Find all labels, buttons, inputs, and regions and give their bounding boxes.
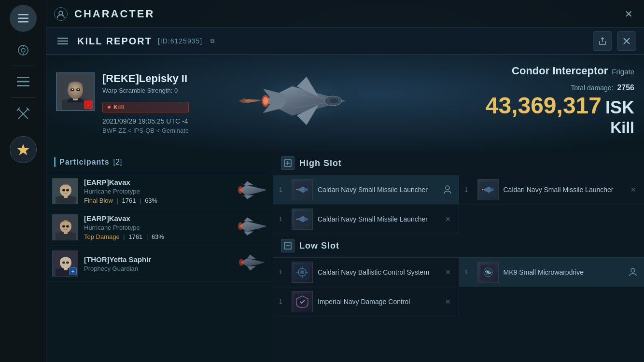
svg-point-64 [300, 270, 304, 274]
slot-row-high-2[interactable]: 1 Caldari Navy Small Missile Launcher [459, 175, 644, 205]
svg-rect-7 [17, 77, 29, 78]
player-status-badge: − [84, 100, 93, 109]
svg-point-29 [263, 97, 268, 105]
svg-rect-1 [18, 18, 28, 19]
svg-point-73 [487, 271, 489, 273]
kr-info-section: − [REKE]Lepisky II Warp Scramble Strengt… [46, 55, 644, 152]
slot-close-h3[interactable]: ✕ [443, 214, 453, 224]
kill-date: 2021/09/29 19:05:25 UTC -4 [102, 117, 189, 125]
ship-svg [234, 62, 360, 144]
slot-person-icon-l2 [628, 267, 638, 278]
svg-point-52 [304, 188, 308, 191]
participants-title: Participants [59, 158, 110, 167]
character-header-close[interactable]: ✕ [621, 6, 636, 22]
slot-person-icon-h1 [442, 184, 453, 195]
slot-number-l3: 1 [279, 298, 287, 305]
kr-bottom: Participants [2] [46, 152, 644, 362]
low-slot-icon [281, 239, 294, 252]
stat-sep-1: | [117, 197, 120, 204]
participant-ship-img-3 [237, 252, 268, 276]
svg-point-27 [329, 98, 339, 104]
svg-point-37 [238, 186, 243, 194]
svg-point-49 [239, 259, 244, 266]
participant-ship-img-2 [237, 216, 268, 239]
kr-menu-line-1 [57, 38, 68, 39]
high-slot-col-left: 1 Caldari Navy Small Missile Launcher [273, 175, 459, 234]
isk-label: ISK [605, 97, 634, 118]
kr-close-button[interactable] [617, 31, 636, 51]
player-avatar: − [56, 72, 95, 111]
slot-icon-damage [292, 291, 313, 312]
slot-item-name-h1: Caldari Navy Small Missile Launcher [318, 185, 437, 194]
svg-rect-0 [18, 14, 28, 15]
svg-point-48 [66, 262, 69, 264]
slot-close-l3[interactable]: ✕ [443, 297, 453, 306]
stat-damage-1: 1761 [122, 197, 136, 204]
svg-rect-2 [18, 21, 28, 23]
kr-menu-line-2 [57, 41, 68, 42]
low-slot-col-right: 1 MK9 Small Microwarpdrive [459, 258, 644, 317]
slot-item-name-l3: Imperial Navy Damage Control [318, 297, 438, 306]
participant-avatar-3: + [52, 251, 78, 277]
kill-badge: Kill [102, 102, 189, 112]
kr-menu-button[interactable] [54, 32, 71, 50]
slot-row-low-2[interactable]: 1 MK9 Small Microwarpdrive [459, 258, 644, 287]
isk-amount: 43,369,317 [486, 94, 602, 117]
sidebar [0, 0, 46, 362]
participant-ship-img-1 [237, 180, 268, 203]
stat-damage-2: 1761 [128, 233, 142, 240]
total-damage-value: 2756 [617, 84, 634, 92]
sidebar-menu-button[interactable] [10, 5, 37, 32]
participant-avatar-1 [52, 178, 78, 204]
kr-player-info: − [REKE]Lepisky II Warp Scramble Strengt… [46, 65, 198, 142]
slot-row-high-1[interactable]: 1 Caldari Navy Small Missile Launcher [273, 175, 459, 205]
participant-item-2[interactable]: [EARP]Kavax Hurricane Prototype Top Dama… [46, 209, 273, 246]
sidebar-star-button[interactable] [10, 136, 37, 163]
kr-title: KILL REPORT [77, 36, 152, 47]
slot-row-high-3[interactable]: 1 Caldari Navy Small Missile Launcher [273, 205, 459, 234]
low-slot-two-col: 1 [273, 258, 644, 317]
slot-icon-mwd [477, 262, 499, 283]
slot-number-h3: 1 [279, 216, 287, 223]
svg-point-24 [78, 89, 79, 90]
kr-export-button[interactable] [593, 31, 612, 51]
ship-type: Frigate [612, 68, 634, 76]
svg-point-56 [304, 218, 308, 221]
participant-item[interactable]: [EARP]Kavax Hurricane Prototype Final Bl… [46, 173, 273, 209]
slots-panel: High Slot 1 [273, 152, 644, 362]
sidebar-icon-top [10, 41, 37, 60]
kill-report-panel: KILL REPORT [ID:6125935] ⧉ [46, 28, 644, 362]
svg-point-41 [62, 225, 65, 228]
slot-icon-missile-3 [292, 209, 313, 230]
kill-stats: Condor Interceptor Frigate Total damage:… [486, 65, 634, 137]
participants-header: Participants [2] [46, 152, 273, 173]
slot-row-low-1[interactable]: 1 [273, 258, 459, 287]
svg-point-74 [631, 268, 635, 272]
character-header-icon [54, 7, 68, 21]
sidebar-swords-icon[interactable] [10, 103, 37, 125]
stat-percent-1: 63% [145, 197, 157, 204]
participant-item-3[interactable]: + [THOR]Yetta Saphir Prophecy Guardian [46, 246, 273, 282]
player-details: [REKE]Lepisky II Warp Scramble Strength:… [102, 72, 189, 134]
stat-sep-3: | [123, 233, 126, 240]
participants-bar [54, 157, 56, 167]
kr-header: KILL REPORT [ID:6125935] ⧉ [46, 28, 644, 55]
kr-copy-icon[interactable]: ⧉ [208, 37, 217, 45]
slot-close-h2[interactable]: ✕ [629, 185, 638, 195]
slot-close-l1[interactable]: ✕ [443, 267, 453, 277]
slot-item-name-h2: Caldari Navy Small Missile Launcher [504, 185, 624, 194]
sidebar-icon-hamburger[interactable] [10, 72, 37, 91]
high-slot-icon [281, 156, 294, 170]
svg-point-15 [59, 11, 63, 15]
stat-sep-4: | [146, 233, 150, 240]
slot-number-h1: 1 [279, 186, 287, 193]
high-slot-col-right: 1 Caldari Navy Small Missile Launcher [459, 175, 644, 234]
kill-location: BWF-ZZ < IPS-QB < Geminate [102, 127, 189, 134]
total-damage-label: Total damage: [571, 84, 613, 92]
svg-point-54 [446, 186, 449, 190]
kill-type-label: Kill [610, 119, 634, 136]
slot-row-low-3[interactable]: 1 Imperial Navy Damage Control ✕ [273, 287, 459, 317]
slot-item-name-h3: Caldari Navy Small Missile Launcher [318, 215, 438, 223]
slot-item-name-l2: MK9 Small Microwarpdrive [504, 268, 623, 277]
participant-name-2: [EARP]Kavax [84, 214, 130, 223]
